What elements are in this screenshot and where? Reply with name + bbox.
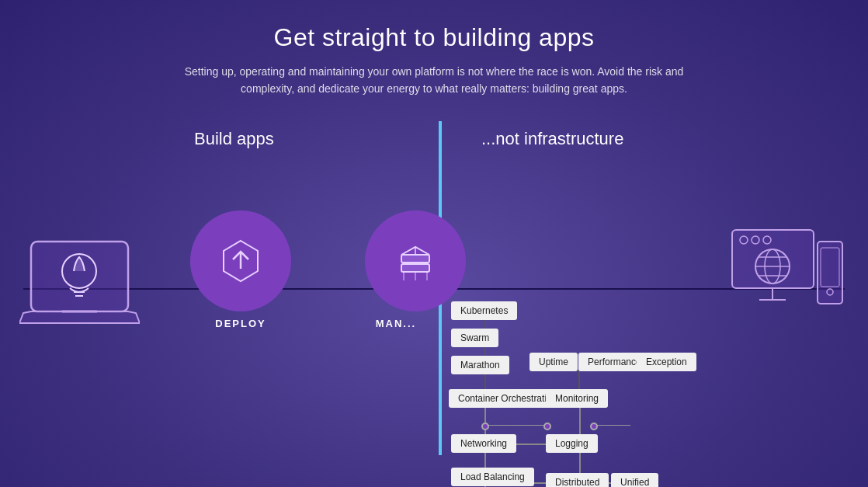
deploy-circle [190, 210, 291, 311]
kubernetes-box: Kubernetes [451, 301, 517, 320]
unified-box: Unified [611, 473, 658, 487]
svg-rect-8 [401, 264, 429, 272]
dot-2 [543, 423, 551, 430]
main-content: Get straight to building apps Setting up… [0, 0, 868, 455]
diagram-area: Build apps ...not infrastructure [0, 121, 868, 455]
deploy-label: DEPLOY [190, 318, 291, 329]
networking-box: Networking [451, 434, 516, 453]
svg-rect-7 [401, 255, 429, 263]
orch-connector-v [484, 314, 486, 391]
logging-box: Logging [546, 434, 598, 453]
net-log-connector [483, 425, 545, 426]
uptime-box: Uptime [529, 353, 578, 371]
subtext: Setting up, operating and maintaining yo… [170, 63, 698, 98]
load-balancing-box: Load Balancing [451, 468, 534, 486]
svg-rect-24 [818, 242, 842, 304]
svg-rect-13 [732, 230, 814, 288]
dot-1 [481, 423, 489, 430]
build-apps-label: Build apps [194, 129, 274, 149]
laptop-icon [19, 234, 140, 338]
computer-icon [728, 226, 849, 326]
headline: Get straight to building apps [274, 23, 595, 52]
monitoring-box: Monitoring [546, 389, 608, 408]
distributed-box: Distributed [546, 473, 609, 487]
svg-rect-0 [31, 242, 128, 311]
not-infra-label: ...not infrastructure [481, 129, 623, 149]
exception-box: Exception [637, 353, 696, 371]
manage-circle [365, 210, 466, 311]
swarm-box: Swarm [451, 329, 498, 347]
marathon-box: Marathon [451, 356, 509, 374]
dot-3 [590, 423, 598, 430]
manage-label: MAN... [365, 318, 427, 329]
